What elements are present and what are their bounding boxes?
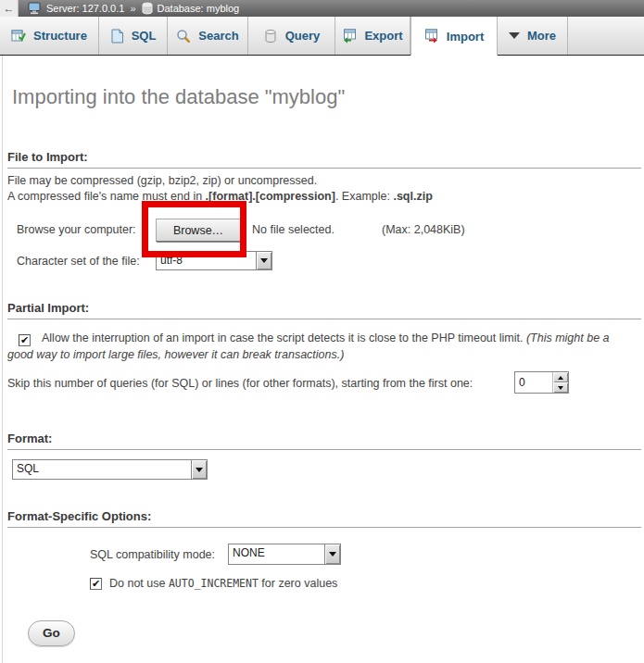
- spinner-up-button[interactable]: [553, 372, 568, 382]
- tab-export[interactable]: Export: [335, 17, 410, 55]
- breadcrumb-server-label: Server: 127.0.0.1: [46, 3, 124, 14]
- page-title: Importing into the database "myblog": [12, 85, 345, 109]
- chevron-down-icon: [509, 32, 520, 39]
- charset-dropdown-arrow-icon[interactable]: [256, 252, 271, 269]
- tab-search-label: Search: [198, 29, 238, 43]
- nav-collapse-arrow-icon[interactable]: ←: [0, 0, 19, 17]
- compression-help-text: File may be compressed (gzip, bzip2, zip…: [7, 173, 433, 205]
- compression-format-pattern: .[format].[compression]: [206, 190, 335, 203]
- tab-sql-label: SQL: [132, 29, 157, 43]
- compression-line2-middle: . Example:: [335, 190, 394, 203]
- compression-example: .sql.zip: [393, 190, 432, 203]
- zero-values-suffix: for zero values: [259, 577, 337, 590]
- max-size-text: (Max: 2,048KiB): [382, 223, 465, 236]
- skip-queries-input[interactable]: [515, 372, 552, 393]
- tab-bar-filler: [568, 17, 644, 55]
- server-icon: [28, 2, 42, 15]
- check-icon: ✔: [20, 335, 29, 345]
- sql-compat-select[interactable]: NONE: [228, 544, 341, 565]
- allow-interruption-row: ✔Allow the interruption of an import in …: [7, 330, 638, 363]
- import-icon: [424, 29, 439, 44]
- spinner-up-icon: [558, 376, 563, 380]
- tab-export-label: Export: [364, 29, 402, 43]
- export-icon: [342, 29, 357, 44]
- content-left-border: [2, 56, 3, 663]
- breadcrumb-separator: »: [130, 3, 135, 14]
- tab-query[interactable]: Query: [248, 17, 335, 55]
- tab-import-label: Import: [447, 30, 484, 44]
- spinner-down-icon: [558, 386, 563, 390]
- browse-button[interactable]: Browse…: [156, 219, 241, 242]
- section-format-specific-options: Format-Specific Options:: [7, 509, 641, 528]
- allow-interruption-checkbox[interactable]: ✔: [19, 334, 31, 346]
- charset-select[interactable]: utf-8: [156, 251, 272, 270]
- tab-structure-label: Structure: [33, 29, 87, 43]
- format-select[interactable]: SQL: [12, 459, 208, 480]
- structure-icon: [11, 29, 26, 44]
- zero-values-label: Do not use AUTO_INCREMENT for zero value…: [109, 577, 337, 590]
- zero-values-row: ✔ Do not use AUTO_INCREMENT for zero val…: [90, 577, 337, 590]
- compression-line1: File may be compressed (gzip, bzip2, zip…: [7, 174, 317, 187]
- breadcrumb-server-link[interactable]: Server: 127.0.0.1: [28, 2, 124, 15]
- charset-select-value: utf-8: [157, 252, 256, 269]
- tab-import[interactable]: Import: [410, 17, 498, 56]
- zero-values-code: AUTO_INCREMENT: [169, 577, 259, 590]
- sql-compat-label: SQL compatibility mode:: [90, 548, 215, 561]
- sql-compat-select-value: NONE: [229, 544, 324, 564]
- section-format: Format:: [7, 432, 641, 450]
- charset-label: Character set of the file:: [17, 255, 140, 268]
- skip-queries-spinner: [514, 371, 569, 394]
- browse-computer-label: Browse your computer:: [17, 223, 136, 236]
- section-file-to-import: File to Import:: [7, 150, 641, 169]
- compression-line2-prefix: A compressed file's name must end in: [7, 190, 206, 203]
- tab-query-label: Query: [285, 29, 321, 43]
- zero-values-checkbox[interactable]: ✔: [90, 578, 102, 590]
- no-file-selected-text: No file selected.: [252, 223, 335, 236]
- phpmyadmin-import-page: ← Server: 127.0.0.1 » Database: myblog: [0, 0, 644, 663]
- tab-more[interactable]: More: [498, 17, 568, 55]
- sql-compat-dropdown-arrow-icon[interactable]: [324, 544, 340, 564]
- check-icon: ✔: [92, 579, 100, 589]
- tab-search[interactable]: Search: [168, 17, 248, 55]
- breadcrumb-database-label: Database: myblog: [158, 3, 240, 14]
- database-icon: [142, 2, 153, 15]
- query-database-icon: [263, 29, 278, 44]
- go-button[interactable]: Go: [28, 620, 75, 646]
- allow-interruption-text: Allow the interruption of an import in c…: [42, 332, 526, 344]
- skip-queries-label: Skip this number of queries (for SQL) or…: [7, 377, 473, 390]
- spinner-buttons: [552, 372, 568, 393]
- tab-structure[interactable]: Structure: [0, 17, 99, 55]
- format-select-value: SQL: [13, 460, 191, 479]
- sql-icon: [110, 29, 124, 44]
- section-partial-import: Partial Import:: [7, 301, 641, 319]
- search-icon: [176, 29, 191, 44]
- breadcrumb-database-link[interactable]: Database: myblog: [142, 2, 240, 15]
- tab-more-label: More: [527, 29, 556, 43]
- spinner-down-button[interactable]: [553, 382, 568, 393]
- zero-values-prefix: Do not use: [109, 577, 169, 590]
- format-dropdown-arrow-icon[interactable]: [191, 460, 207, 479]
- tab-sql[interactable]: SQL: [99, 17, 168, 55]
- tab-bar: Structure SQL Search Query: [0, 17, 644, 56]
- breadcrumb-bar: ← Server: 127.0.0.1 » Database: myblog: [0, 0, 644, 17]
